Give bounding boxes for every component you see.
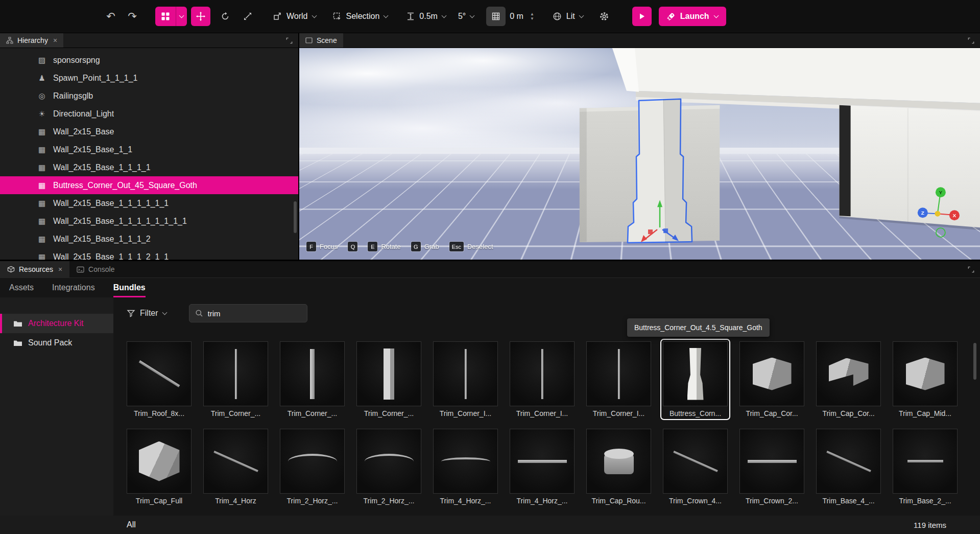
snap-grid-toggle[interactable] (486, 7, 506, 26)
hierarchy-item[interactable]: ☀ Directional_Light (0, 105, 298, 123)
asset-label: Trim_Cap_Rou... (586, 497, 651, 505)
asset-search-box[interactable] (189, 304, 307, 322)
transform-space-dropdown[interactable]: World (269, 7, 320, 26)
settings-button[interactable] (594, 7, 614, 26)
scale-tool-icon (243, 12, 252, 21)
asset-thumbnail (203, 429, 268, 494)
wall-icon: ▦ (37, 217, 47, 226)
keycap: G (411, 242, 421, 251)
hierarchy-item[interactable]: ▦ Wall_2x15_Base_1_1_1_1_1_1 (0, 194, 298, 212)
redo-button[interactable]: ↷ (123, 7, 142, 26)
hierarchy-item[interactable]: ▦ Wall_2x15_Base_1_1 (0, 141, 298, 158)
hierarchy-item[interactable]: ▦ Buttress_Corner_Out_45_Square_Goth (0, 176, 298, 194)
asset-tile[interactable]: Trim_2_Horz_... (280, 429, 345, 505)
hierarchy-item[interactable]: ▨ sponsorspng (0, 51, 298, 69)
folder-icon (13, 339, 22, 346)
search-input[interactable] (208, 309, 301, 318)
resources-expand-button[interactable] (967, 261, 975, 277)
hierarchy-item[interactable]: ♟ Spawn_Point_1_1_1_1 (0, 69, 298, 87)
hierarchy-item[interactable]: ▦ Wall_2x15_Base_1_1_1_2 (0, 230, 298, 248)
move-tool-button[interactable] (191, 7, 210, 26)
tab-hierarchy[interactable]: Hierarchy × (0, 33, 63, 48)
undo-button[interactable]: ↶ (101, 7, 121, 26)
asset-tile[interactable]: Trim_Roof_8x... (127, 341, 192, 417)
search-icon (195, 309, 203, 317)
asset-tile[interactable]: Trim_Cap_Rou... (586, 429, 651, 505)
asset-tile[interactable]: Trim_Cap_Mid... (893, 341, 958, 417)
step-up-icon[interactable]: ▲ (530, 12, 534, 16)
asset-tile[interactable]: Trim_2_Horz_... (356, 429, 421, 505)
asset-tile[interactable]: Trim_4_Horz_... (433, 429, 498, 505)
bundle-folder[interactable]: Architecture Kit (0, 314, 113, 333)
scene-expand-button[interactable] (967, 33, 975, 48)
scope-all-tab[interactable]: All (127, 520, 136, 529)
launch-button[interactable]: Launch (659, 7, 726, 26)
rotate-tool-button[interactable] (216, 7, 235, 26)
grid-offset-stepper[interactable]: 0 m ▲▼ (506, 7, 538, 26)
asset-tile[interactable]: Trim_Corner_I... (586, 341, 651, 417)
asset-tile[interactable]: Trim_Crown_4... (663, 429, 728, 505)
hierarchy-item[interactable]: ▦ Wall_2x15_Base_1_1_1_1_1_1_1_1 (0, 212, 298, 230)
keycap: Q (348, 242, 357, 251)
resources-subtab[interactable]: Assets (9, 278, 34, 297)
asset-shape (518, 460, 567, 463)
asset-tile[interactable]: Trim_Corner_... (356, 341, 421, 417)
asset-tile[interactable]: Trim_Cap_Full (127, 429, 192, 505)
play-button[interactable] (632, 7, 652, 26)
asset-thumbnail (663, 429, 728, 494)
asset-label: Trim_Corner_I... (510, 409, 575, 417)
asset-tile[interactable]: Trim_Base_4_... (816, 429, 881, 505)
asset-tile[interactable]: Trim_Corner_I... (510, 341, 575, 417)
asset-tile[interactable]: Trim_Corner_... (280, 341, 345, 417)
asset-tile[interactable]: Trim_Base_2_... (893, 429, 958, 505)
asset-tile[interactable]: Trim_Cap_Cor... (739, 341, 804, 417)
funnel-icon (127, 309, 135, 317)
hierarchy-item[interactable]: ◎ Railingsglb (0, 87, 298, 105)
tab-console[interactable]: Console (69, 261, 122, 277)
asset-grid-scrollbar[interactable] (973, 343, 976, 380)
hierarchy-expand-button[interactable] (285, 33, 293, 48)
hierarchy-item[interactable]: ▦ Wall_2x15_Base_1_1_1_1 (0, 158, 298, 176)
close-icon[interactable]: × (58, 265, 62, 273)
stepper-arrows[interactable]: ▲▼ (530, 12, 534, 20)
bundle-folder[interactable]: Sound Pack (0, 333, 113, 353)
scale-tool-button[interactable] (238, 7, 257, 26)
asset-tile[interactable]: Trim_Cap_Cor... (816, 341, 881, 417)
asset-tile[interactable]: Trim_Crown_2... (739, 429, 804, 505)
asset-tile[interactable]: Trim_Corner_... (203, 341, 268, 417)
tab-scene[interactable]: Scene (299, 33, 343, 48)
filter-button[interactable]: Filter (127, 309, 166, 318)
hierarchy-scrollbar[interactable] (294, 201, 297, 233)
wall-icon: ▦ (37, 145, 47, 154)
tab-resources[interactable]: Resources × (0, 261, 69, 277)
render-mode-dropdown[interactable]: Lit (548, 7, 587, 26)
asset-tile[interactable]: Trim_4_Horz (203, 429, 268, 505)
hierarchy-item[interactable]: ▦ Wall_2x15_Base (0, 123, 298, 141)
bundle-folder-list: Architecture Kit Sound Pack (0, 297, 113, 516)
close-icon[interactable]: × (53, 36, 57, 44)
wall-icon: ▦ (37, 252, 47, 260)
wall-slot (840, 105, 851, 216)
step-down-icon[interactable]: ▼ (530, 17, 534, 20)
grid-tool-dropdown[interactable] (176, 7, 187, 26)
resources-subtab[interactable]: Integrations (52, 278, 95, 297)
scene-tab-label: Scene (317, 36, 337, 44)
keyboard-hint: F Focus (306, 242, 338, 251)
vertical-snap-button[interactable] (402, 7, 415, 26)
rotate-snap-dropdown[interactable]: 5° (454, 7, 478, 26)
resources-tab-label: Resources (19, 265, 53, 273)
folder-label: Architecture Kit (28, 319, 83, 328)
scene-viewport[interactable]: Y X Z F Focus (299, 48, 980, 260)
globe-icon (553, 12, 562, 21)
hierarchy-item[interactable]: ▦ Wall_2x15_Base_1_1_1_2_1_1 (0, 248, 298, 260)
resources-subtab[interactable]: Bundles (113, 278, 146, 297)
filter-label: Filter (140, 309, 158, 318)
move-snap-dropdown[interactable]: 0.5m (415, 7, 450, 26)
asset-tile[interactable]: Buttress_Corn... (663, 341, 728, 417)
asset-tile[interactable]: Trim_4_Horz_... (510, 429, 575, 505)
grid-tool-button[interactable] (155, 7, 176, 26)
keycap: Esc (449, 242, 464, 251)
asset-tile[interactable]: Trim_Corner_I... (433, 341, 498, 417)
vertical-snap-icon (406, 12, 415, 21)
selection-mode-dropdown[interactable]: Selection (328, 7, 392, 26)
